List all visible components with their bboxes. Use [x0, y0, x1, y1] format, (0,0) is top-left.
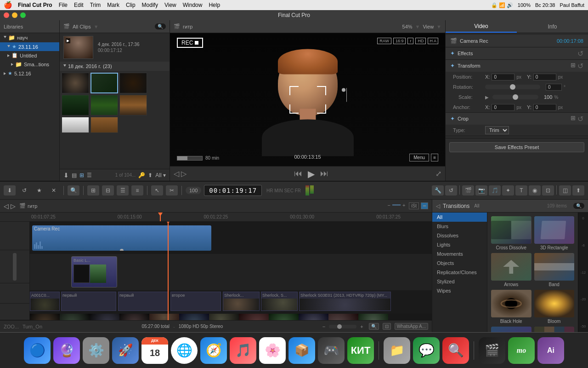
- next-nav[interactable]: ▷: [181, 169, 187, 178]
- crop-reset[interactable]: ↺: [577, 115, 583, 123]
- pos-x-input[interactable]: [492, 74, 514, 80]
- clip-vtoroe[interactable]: второе: [170, 292, 221, 311]
- transform-reset[interactable]: ↺: [577, 62, 583, 70]
- clip-perviy-1[interactable]: первый: [61, 292, 116, 311]
- lib-nauch[interactable]: 📁 науч: [0, 33, 59, 42]
- tb-gen[interactable]: ◉: [529, 185, 541, 196]
- crop-type-select[interactable]: Trim: [485, 126, 509, 134]
- tb-title[interactable]: T: [515, 185, 527, 196]
- cat-movements[interactable]: Movements: [432, 249, 487, 259]
- magnify-btn[interactable]: 🔍: [369, 323, 379, 330]
- dock-photos[interactable]: 🌸: [259, 337, 286, 364]
- dock-music[interactable]: 🎵: [230, 337, 256, 364]
- tb-back[interactable]: ↺: [445, 185, 457, 196]
- select-btn[interactable]: ↖: [151, 185, 163, 196]
- reject-btn[interactable]: ✕: [48, 185, 60, 196]
- crop-expand[interactable]: ⊞: [571, 115, 576, 123]
- tab-info[interactable]: Info: [517, 20, 588, 33]
- fullscreen-btn[interactable]: ⤢: [435, 169, 441, 178]
- dock-whatsapp[interactable]: 💬: [413, 337, 440, 364]
- trans-row4-2[interactable]: [534, 327, 575, 332]
- tb-fx[interactable]: ✦: [502, 185, 514, 196]
- clip-sherlock-3[interactable]: Sherlock S03E01 (2013, HDTVRip 720p) (MY…: [299, 292, 391, 311]
- zoom-slider[interactable]: [329, 325, 356, 328]
- view-btn-1[interactable]: ⊞: [87, 185, 99, 196]
- all-clips-label[interactable]: All Clips: [73, 24, 91, 29]
- more-btn[interactable]: All ▾: [155, 172, 166, 178]
- dock-files[interactable]: 📁: [384, 337, 410, 364]
- menu-mark[interactable]: Mark: [107, 2, 119, 8]
- media-thumb-6[interactable]: [119, 95, 147, 115]
- minimize-button[interactable]: [12, 12, 17, 18]
- dock-app-green[interactable]: mo: [508, 337, 535, 364]
- menu-help[interactable]: Help: [209, 2, 220, 8]
- tb-trans[interactable]: ⊡: [542, 185, 554, 196]
- share-btn[interactable]: ⬆: [148, 172, 153, 178]
- view-btn-3[interactable]: ☰: [117, 185, 129, 196]
- preview-menu[interactable]: Menu ≡: [409, 154, 438, 161]
- menu-view[interactable]: View: [164, 2, 176, 8]
- media-thumb-7[interactable]: [62, 117, 89, 133]
- trans-bloom[interactable]: Bloom: [534, 290, 575, 324]
- trans-black-hole[interactable]: Black Hole: [491, 290, 531, 324]
- clip-perviy-2[interactable]: первый: [118, 292, 169, 311]
- media-thumb-8[interactable]: [90, 117, 118, 133]
- import-btn[interactable]: ⬇: [4, 185, 16, 196]
- dock-steam[interactable]: 🎮: [318, 337, 345, 364]
- tl-zoom-minus[interactable]: −: [387, 202, 390, 209]
- dock-chrome[interactable]: 🌐: [171, 337, 198, 364]
- zoom-level[interactable]: 54%: [402, 24, 413, 29]
- menu-trim[interactable]: Trim: [90, 2, 101, 8]
- trim-btn[interactable]: ✂: [166, 185, 178, 196]
- tb-audio[interactable]: 🎵: [489, 185, 501, 196]
- trans-cross-dissolve[interactable]: Cross Dissolve: [491, 216, 531, 250]
- dock-appstore[interactable]: 📦: [288, 337, 315, 364]
- menu-clip[interactable]: Clip: [126, 2, 136, 8]
- clip-a001[interactable]: A001C0...: [30, 292, 60, 311]
- trans-all-label[interactable]: All: [474, 203, 479, 208]
- prev-nav[interactable]: ◁: [174, 169, 179, 178]
- close-button[interactable]: [4, 12, 9, 18]
- trans-hide-btn[interactable]: ◁: [436, 203, 440, 209]
- save-effects-preset-button[interactable]: Save Effects Preset: [449, 142, 584, 152]
- lib-5-12-16[interactable]: ★ 5.12.16: [0, 69, 59, 78]
- dock-ql[interactable]: 🔍: [442, 337, 469, 364]
- search-btn[interactable]: 🔍: [68, 185, 79, 196]
- tl-zoom-plus[interactable]: +: [402, 202, 405, 209]
- cat-dissolves[interactable]: Dissolves: [432, 231, 487, 240]
- skip-fwd-btn[interactable]: ⏭: [320, 169, 328, 178]
- cat-blurs[interactable]: Blurs: [432, 222, 487, 231]
- transform-expand[interactable]: ⊞: [571, 62, 576, 70]
- dock-app-purple[interactable]: Ai: [537, 337, 564, 364]
- lib-smactions[interactable]: 📁 Sma...tions: [0, 60, 59, 69]
- media-item-first[interactable]: ▶ 4 дек. 2016 г., 17:36 00:00:17:12: [60, 33, 170, 62]
- effects-reset[interactable]: ↺: [577, 49, 583, 58]
- dock-calendar[interactable]: ДЕК 18: [141, 337, 168, 364]
- tb-wrench[interactable]: 🔧: [432, 185, 444, 196]
- keyword-btn[interactable]: 🔑: [138, 172, 145, 178]
- cat-stylized[interactable]: Stylized: [432, 277, 487, 286]
- menu-edit[interactable]: Edit: [74, 2, 84, 8]
- trans-arrows[interactable]: Arrows: [491, 253, 531, 287]
- media-thumb-2[interactable]: [90, 73, 118, 93]
- dock-system-prefs[interactable]: ⚙️: [83, 337, 109, 364]
- trans-search[interactable]: 🔍: [573, 203, 584, 209]
- media-thumb-5[interactable]: [90, 95, 118, 115]
- trans-band[interactable]: Band: [534, 253, 575, 287]
- cat-all[interactable]: All: [432, 213, 487, 222]
- menu-fcp[interactable]: Final Cut Pro: [18, 2, 52, 8]
- dock-fcp[interactable]: 🎬: [479, 337, 505, 364]
- media-thumb-1[interactable]: [62, 73, 89, 93]
- dock-finder[interactable]: 🔵: [24, 337, 51, 364]
- anchor-x-input[interactable]: [492, 104, 514, 111]
- pos-y-input[interactable]: [533, 74, 556, 80]
- rotation-input[interactable]: [546, 84, 562, 91]
- tl-btn-2[interactable]: ━: [421, 202, 428, 209]
- play-btn[interactable]: ▶: [308, 168, 315, 179]
- import-icon[interactable]: ⬇: [63, 172, 69, 179]
- window-controls[interactable]: [4, 12, 26, 18]
- menu-file[interactable]: File: [59, 2, 68, 8]
- section-expand[interactable]: [63, 64, 66, 68]
- lib-untitled[interactable]: 📋 Untitled: [0, 51, 59, 60]
- list-btn[interactable]: ☰: [87, 172, 92, 178]
